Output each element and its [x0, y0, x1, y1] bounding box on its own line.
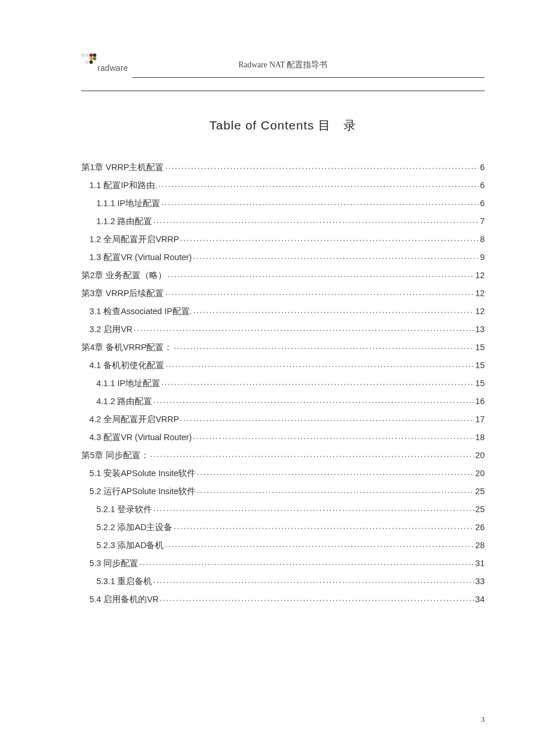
toc-entry-page: 12: [475, 307, 485, 316]
toc-entry-page: 20: [475, 469, 485, 478]
toc-entry-label: 1.1.1 IP地址配置: [96, 199, 160, 208]
toc-entry-page: 25: [475, 487, 485, 496]
toc-entry-page: 6: [480, 199, 485, 208]
header-rule-2: [81, 91, 485, 91]
toc-entry-label: 4.1.1 IP地址配置: [96, 379, 160, 388]
toc-entry-page: 7: [480, 217, 485, 226]
toc-entry[interactable]: 5.2 运行APSolute Insite软件25: [81, 485, 485, 495]
toc-entry-label: 第1章 VRRP主机配置: [81, 163, 164, 172]
toc-leader-dots: [165, 359, 474, 368]
toc-entry[interactable]: 4.1.2 路由配置16: [81, 395, 485, 405]
toc-leader-dots: [161, 197, 479, 206]
toc-leader-dots: [193, 305, 474, 314]
toc-entry-page: 8: [480, 235, 485, 244]
toc-entry[interactable]: 3.1 检查Associated IP配置.12: [81, 305, 485, 315]
toc-entry-label: 第4章 备机VRRP配置：: [81, 343, 172, 352]
toc-entry[interactable]: 4.1 备机初使化配置15: [81, 359, 485, 369]
toc-leader-dots: [165, 161, 479, 170]
toc-entry-label: 1.2 全局配置开启VRRP: [89, 235, 179, 244]
toc-entry[interactable]: 第5章 同步配置：20: [81, 449, 485, 459]
toc-leader-dots: [150, 449, 474, 458]
toc-entry-page: 34: [475, 595, 485, 604]
toc-entry-label: 1.3 配置VR (Virtual Router): [89, 253, 192, 262]
toc-leader-dots: [139, 557, 474, 566]
page-number: 3: [481, 715, 485, 724]
toc-leader-dots: [153, 503, 474, 512]
toc-leader-dots: [160, 593, 474, 602]
toc-entry[interactable]: 4.1.1 IP地址配置15: [81, 377, 485, 387]
toc-leader-dots: [165, 539, 474, 548]
logo: radware: [81, 49, 128, 73]
toc-entry-label: 4.1 备机初使化配置: [89, 361, 164, 370]
toc-leader-dots: [134, 323, 474, 332]
toc-entry[interactable]: 5.4 启用备机的VR34: [81, 593, 485, 603]
toc-entry-label: 5.2.1 登录软件: [96, 505, 152, 514]
toc-entry[interactable]: 3.2 启用VR13: [81, 323, 485, 333]
toc-entry-label: 4.3 配置VR (Virtual Router): [89, 433, 192, 442]
table-of-contents: 第1章 VRRP主机配置61.1 配置IP和路由.61.1.1 IP地址配置61…: [81, 161, 485, 603]
toc-entry-label: 5.2.3 添加AD备机: [96, 541, 164, 550]
toc-leader-dots: [197, 467, 474, 476]
toc-leader-dots: [153, 395, 474, 404]
toc-entry[interactable]: 4.3 配置VR (Virtual Router)18: [81, 431, 485, 441]
toc-entry-label: 3.2 启用VR: [89, 325, 132, 334]
toc-entry[interactable]: 第4章 备机VRRP配置：15: [81, 341, 485, 351]
toc-leader-dots: [174, 341, 474, 350]
toc-leader-dots: [193, 431, 474, 440]
toc-entry[interactable]: 第1章 VRRP主机配置6: [81, 161, 485, 171]
toc-entry-page: 6: [480, 181, 485, 190]
toc-entry[interactable]: 5.2.1 登录软件25: [81, 503, 485, 513]
toc-entry-page: 28: [475, 541, 485, 550]
toc-leader-dots: [168, 269, 474, 278]
toc-leader-dots: [153, 575, 474, 584]
toc-entry-page: 16: [475, 397, 485, 406]
toc-leader-dots: [158, 179, 479, 188]
toc-entry[interactable]: 1.1.1 IP地址配置6: [81, 197, 485, 207]
toc-entry[interactable]: 第2章 业务配置（略）12: [81, 269, 485, 279]
toc-leader-dots: [193, 251, 479, 260]
toc-entry[interactable]: 1.2 全局配置开启VRRP8: [81, 233, 485, 243]
toc-leader-dots: [174, 521, 474, 530]
toc-entry-label: 3.1 检查Associated IP配置.: [89, 307, 192, 316]
toc-entry-label: 4.1.2 路由配置: [96, 397, 152, 406]
toc-entry-page: 15: [475, 379, 485, 388]
toc-entry-page: 33: [475, 577, 485, 586]
toc-entry-label: 5.2.2 添加AD主设备: [96, 523, 172, 532]
logo-text: radware: [98, 63, 128, 73]
toc-entry-label: 5.1 安装APSolute Insite软件: [89, 469, 196, 478]
toc-entry-label: 5.2 运行APSolute Insite软件: [89, 487, 196, 496]
document-page: radware Radware NAT 配置指导书 Table of Conte…: [0, 0, 534, 646]
toc-leader-dots: [161, 377, 474, 386]
toc-entry-label: 第5章 同步配置：: [81, 451, 149, 460]
toc-entry-page: 15: [475, 361, 485, 370]
toc-entry-label: 第3章 VRRP后续配置: [81, 289, 164, 298]
toc-heading: Table of Contents 目 录: [81, 117, 485, 134]
toc-entry[interactable]: 1.1.2 路由配置7: [81, 215, 485, 225]
toc-entry-page: 26: [475, 523, 485, 532]
toc-entry[interactable]: 5.1 安装APSolute Insite软件20: [81, 467, 485, 477]
toc-entry-page: 9: [480, 253, 485, 262]
toc-entry[interactable]: 1.3 配置VR (Virtual Router)9: [81, 251, 485, 261]
toc-entry-label: 1.1 配置IP和路由.: [89, 181, 157, 190]
toc-entry[interactable]: 5.3 同步配置31: [81, 557, 485, 567]
toc-entry-label: 5.3 同步配置: [89, 559, 138, 568]
toc-entry[interactable]: 5.2.3 添加AD备机28: [81, 539, 485, 549]
toc-entry[interactable]: 4.2 全局配置开启VRRP17: [81, 413, 485, 423]
toc-entry[interactable]: 5.2.2 添加AD主设备26: [81, 521, 485, 531]
toc-entry-label: 5.3.1 重启备机: [96, 577, 152, 586]
toc-entry-page: 6: [480, 163, 485, 172]
toc-entry[interactable]: 第3章 VRRP后续配置12: [81, 287, 485, 297]
toc-leader-dots: [153, 215, 479, 224]
page-header: radware Radware NAT 配置指导书: [81, 44, 485, 73]
toc-entry[interactable]: 1.1 配置IP和路由.6: [81, 179, 485, 189]
toc-leader-dots: [180, 233, 478, 242]
toc-entry-page: 15: [475, 343, 485, 352]
header-rule-1: [132, 77, 485, 78]
toc-leader-dots: [165, 287, 474, 296]
toc-entry[interactable]: 5.3.1 重启备机33: [81, 575, 485, 585]
toc-entry-page: 12: [475, 289, 485, 298]
toc-entry-page: 17: [475, 415, 485, 424]
toc-entry-label: 5.4 启用备机的VR: [89, 595, 158, 604]
radware-logo-icon: [81, 49, 96, 64]
toc-entry-page: 18: [475, 433, 485, 442]
